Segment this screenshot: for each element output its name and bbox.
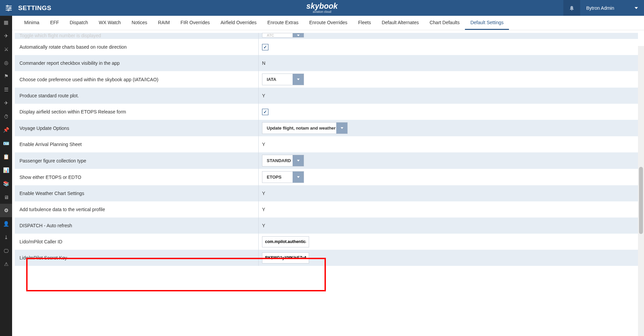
tabbar: MinimaEFFDispatchWX WatchNoticesRAIMFIR …: [12, 16, 644, 30]
notifications-button[interactable]: [563, 0, 580, 16]
setting-value: [259, 234, 638, 250]
user-icon[interactable]: 👤: [0, 217, 12, 231]
globe-icon[interactable]: ◎: [0, 56, 12, 69]
table-row: Commander report checkbox visibility in …: [15, 55, 638, 71]
clipboard-icon[interactable]: 📋: [0, 150, 12, 163]
text-input[interactable]: [262, 252, 309, 263]
table-row: Voyage Update OptionsUpdate flight, nota…: [15, 120, 638, 136]
tab[interactable]: Minima: [19, 16, 45, 30]
setting-label: Toggle which flight number is displayed: [15, 33, 259, 39]
monitor-icon[interactable]: 🖥: [0, 190, 12, 204]
table-row: Show either ETOPS or EDTOETOPS: [15, 169, 638, 185]
tab[interactable]: Notices: [126, 16, 153, 30]
tab[interactable]: Dispatch: [65, 16, 93, 30]
timer-icon[interactable]: ⏱: [0, 110, 12, 123]
setting-label: Display airfield section within ETOPS Re…: [15, 104, 259, 120]
settings-table: Toggle which flight number is displayed …: [15, 33, 638, 266]
gear-icon[interactable]: ⚙: [0, 204, 12, 217]
chevron-down-icon: [293, 33, 304, 37]
dropdown[interactable]: STANDARD: [262, 155, 304, 166]
table-row: Lido/mPilot Secret Key: [15, 250, 638, 266]
settings-toggle-icon[interactable]: [3, 5, 15, 11]
tab[interactable]: EFF: [45, 16, 64, 30]
dropdown[interactable]: ETOPS: [262, 171, 304, 183]
setting-value: Y: [259, 136, 638, 152]
bar-chart-icon[interactable]: 📊: [0, 163, 12, 177]
setting-label: Enable Arrival Planning Sheet: [15, 136, 259, 152]
table-row: Display airfield section within ETOPS Re…: [15, 104, 638, 120]
svg-point-5: [8, 9, 9, 11]
svg-point-3: [9, 7, 11, 9]
checkbox[interactable]: ✓: [262, 109, 268, 115]
crossed-arrows-icon[interactable]: ⚔: [0, 43, 12, 56]
tab[interactable]: Default Alternates: [376, 16, 424, 30]
setting-label: Choose code preference used within the s…: [15, 71, 259, 88]
tab[interactable]: RAIM: [153, 16, 175, 30]
flag-icon[interactable]: ⚑: [0, 69, 12, 83]
tab[interactable]: Default Settings: [465, 16, 509, 30]
setting-value: STANDARD: [259, 152, 638, 169]
dropdown[interactable]: ATC: [262, 33, 304, 38]
tab[interactable]: Airfield Overrides: [215, 16, 262, 30]
grid-icon[interactable]: ▦: [0, 16, 12, 29]
dropdown[interactable]: IATA: [262, 74, 304, 85]
setting-value: N: [259, 55, 638, 71]
main-content: MinimaEFFDispatchWX WatchNoticesRAIMFIR …: [12, 16, 644, 336]
setting-value: Y: [259, 88, 638, 104]
chevron-down-icon: [293, 74, 304, 85]
topbar: SETTINGS skybook aviation cloud Bytron A…: [0, 0, 644, 16]
sidebar: ▦✈⚔◎⚑☰✈⏱📌🪪📋📊📚🖥⚙👤⤓🖵⚠: [0, 16, 12, 336]
setting-value: ✓: [259, 39, 638, 55]
scrollbar-thumb[interactable]: [639, 167, 643, 234]
table-row: Passenger figure collection typeSTANDARD: [15, 152, 638, 169]
table-row: Produce standard route plot.Y: [15, 88, 638, 104]
scrollbar[interactable]: [638, 46, 644, 336]
setting-value: Y: [259, 218, 638, 234]
table-row: Automatically rotate charts based on rou…: [15, 39, 638, 55]
text-input[interactable]: [262, 236, 309, 247]
tab[interactable]: WX Watch: [93, 16, 126, 30]
chevron-down-icon: [293, 155, 304, 166]
setting-label: Passenger figure collection type: [15, 152, 259, 169]
table-row: Add turbulence data to the vertical prof…: [15, 201, 638, 218]
table-row: Enable Weather Chart SettingsY: [15, 185, 638, 201]
chevron-down-icon: [336, 123, 347, 134]
checkbox[interactable]: ✓: [262, 44, 268, 50]
books-icon[interactable]: 📚: [0, 177, 12, 190]
tab[interactable]: Fleets: [353, 16, 376, 30]
tab[interactable]: FIR Overrides: [175, 16, 215, 30]
table-row: DISPATCH - Auto refreshY: [15, 218, 638, 234]
setting-label: Show either ETOPS or EDTO: [15, 169, 259, 185]
screen-icon[interactable]: 🖵: [0, 244, 12, 257]
setting-value: ✓: [259, 104, 638, 120]
tab[interactable]: Chart Defaults: [424, 16, 465, 30]
svg-point-6: [571, 10, 572, 10]
list-icon[interactable]: ☰: [0, 83, 12, 96]
logo-sub: aviation cloud: [306, 10, 338, 13]
table-row: Choose code preference used within the s…: [15, 71, 638, 88]
setting-value: [259, 250, 638, 266]
page-title: SETTINGS: [18, 4, 51, 12]
settings-scroll-area: Toggle which flight number is displayed …: [12, 30, 638, 336]
plane-alt-icon[interactable]: ✈: [0, 96, 12, 110]
plane-icon[interactable]: ✈: [0, 29, 12, 43]
setting-label: Enable Weather Chart Settings: [15, 185, 259, 201]
setting-label: DISPATCH - Auto refresh: [15, 218, 259, 234]
id-card-icon[interactable]: 🪪: [0, 137, 12, 150]
setting-label: Lido/mPilot Caller ID: [15, 234, 259, 250]
setting-label: Add turbulence data to the vertical prof…: [15, 201, 259, 218]
user-menu[interactable]: Bytron Admin: [580, 0, 644, 16]
logo: skybook aviation cloud: [306, 2, 338, 13]
warning-icon[interactable]: ⚠: [0, 257, 12, 271]
pin-icon[interactable]: 📌: [0, 123, 12, 137]
setting-value: IATA: [259, 71, 638, 88]
table-row: Enable Arrival Planning SheetY: [15, 136, 638, 152]
topbar-right: Bytron Admin: [563, 0, 644, 16]
setting-value: Y: [259, 185, 638, 201]
dropdown[interactable]: Update flight, notam and weather data: [262, 122, 348, 134]
setting-value: Update flight, notam and weather data: [259, 120, 638, 136]
setting-value: ETOPS: [259, 169, 638, 185]
tab[interactable]: Enroute Extras: [262, 16, 304, 30]
download-icon[interactable]: ⤓: [0, 231, 12, 244]
tab[interactable]: Enroute Overrides: [304, 16, 353, 30]
